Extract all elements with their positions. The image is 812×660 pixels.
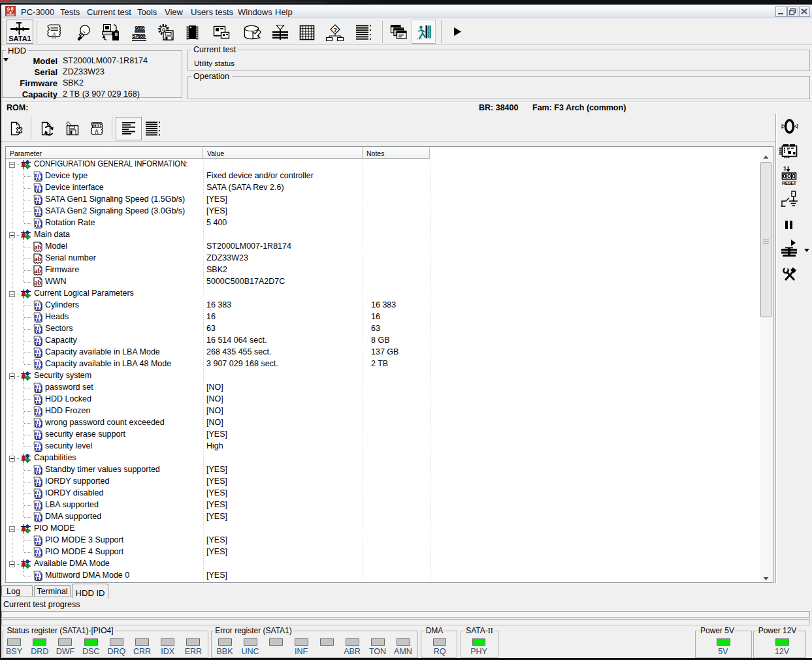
svg-text:ab: ab: [35, 244, 42, 251]
svg-text:ab: ab: [35, 255, 42, 262]
svg-text:?: ?: [333, 26, 337, 33]
svg-text:ab: ab: [35, 267, 42, 274]
svg-text:1: 1: [783, 165, 787, 172]
svg-text:RESET: RESET: [782, 180, 796, 185]
svg-text:ab: ab: [35, 279, 42, 286]
